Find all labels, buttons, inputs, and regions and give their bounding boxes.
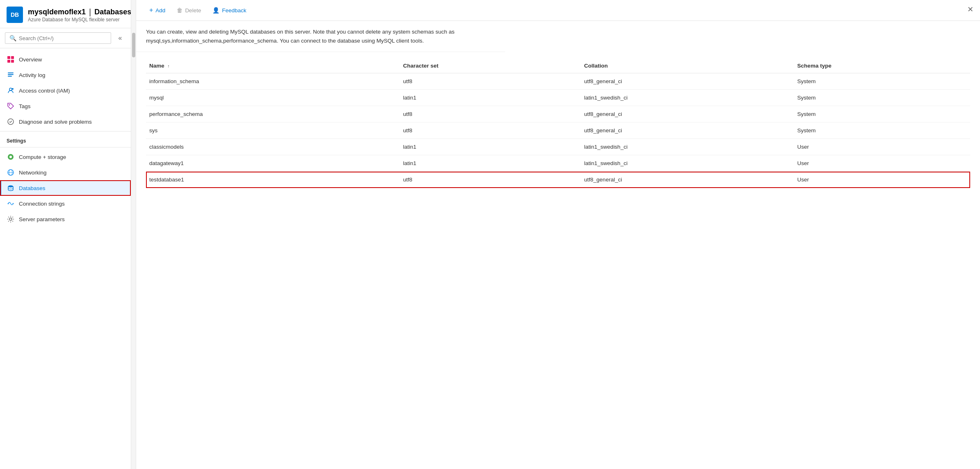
sidebar-item-overview[interactable]: Overview (0, 52, 131, 67)
sidebar-item-databases[interactable]: Databases (0, 180, 131, 196)
table-row[interactable]: information_schemautf8utf8_general_ciSys… (146, 73, 970, 90)
cell-collation: utf8_general_ci (581, 106, 794, 122)
cell-name: mysql (146, 90, 400, 106)
sidebar-item-label: Tags (19, 103, 31, 109)
add-icon: + (149, 7, 153, 14)
cell-collation: latin1_swedish_ci (581, 90, 794, 106)
sidebar-header: DB mysqldemoflex1 | Databases ··· Azure … (0, 0, 131, 28)
cell-collation: utf8_general_ci (581, 172, 794, 188)
nav-divider-2 (0, 147, 131, 147)
diagnose-icon (7, 118, 15, 126)
access-control-icon (7, 86, 15, 95)
feedback-button[interactable]: 👤 Feedback (207, 5, 251, 16)
cell-schema_type: User (794, 172, 970, 188)
svg-point-8 (12, 88, 14, 90)
cell-collation: utf8_general_ci (581, 122, 794, 139)
description-text: You can create, view and deleting MySQL … (136, 21, 505, 52)
databases-icon (7, 184, 15, 192)
cell-name: classicmodels (146, 139, 400, 155)
svg-rect-0 (7, 56, 10, 59)
settings-section-label: Settings (0, 133, 131, 145)
sidebar-item-networking[interactable]: Networking (0, 165, 131, 180)
close-button[interactable]: ✕ (967, 5, 973, 14)
databases-table-container: Name ↑ Character set Collation Schema ty… (136, 52, 980, 469)
sidebar-item-tags[interactable]: Tags (0, 98, 131, 114)
cell-schema_type: System (794, 122, 970, 139)
cell-schema_type: User (794, 155, 970, 172)
sidebar-item-label: Access control (IAM) (19, 88, 70, 94)
add-button[interactable]: + Add (144, 4, 170, 16)
resource-name: mysqldemoflex1 (28, 8, 86, 16)
page-name: Databases (94, 8, 131, 16)
table-row[interactable]: sysutf8utf8_general_ciSystem (146, 122, 970, 139)
col-header-schema-type: Schema type (794, 59, 970, 73)
table-row[interactable]: mysqllatin1latin1_swedish_ciSystem (146, 90, 970, 106)
cell-name: sys (146, 122, 400, 139)
connection-strings-icon (7, 199, 15, 208)
sidebar-scrollbar[interactable] (131, 0, 136, 469)
delete-button[interactable]: 🗑 Delete (172, 5, 206, 16)
table-header: Name ↑ Character set Collation Schema ty… (146, 59, 970, 73)
col-header-name[interactable]: Name ↑ (146, 59, 400, 73)
sidebar: DB mysqldemoflex1 | Databases ··· Azure … (0, 0, 131, 469)
svg-point-7 (9, 88, 12, 91)
sidebar-item-connection-strings[interactable]: Connection strings (0, 196, 131, 211)
svg-rect-2 (7, 60, 10, 63)
nav-divider (0, 131, 131, 131)
cell-name: testdatabase1 (146, 172, 400, 188)
svg-rect-5 (8, 74, 14, 75)
svg-point-9 (9, 104, 10, 106)
cell-name: performance_schema (146, 106, 400, 122)
table-row[interactable]: testdatabase1utf8utf8_general_ciUser (146, 172, 970, 188)
cell-character_set: latin1 (400, 139, 581, 155)
cell-character_set: latin1 (400, 90, 581, 106)
sort-icon-name: ↑ (168, 64, 170, 68)
sidebar-item-label: Compute + storage (19, 154, 66, 160)
cell-character_set: utf8 (400, 106, 581, 122)
cell-collation: latin1_swedish_ci (581, 155, 794, 172)
sidebar-item-compute-storage[interactable]: Compute + storage (0, 149, 131, 165)
sidebar-item-diagnose[interactable]: Diagnose and solve problems (0, 114, 131, 129)
sidebar-item-label: Connection strings (19, 201, 65, 207)
collapse-sidebar-button[interactable]: « (114, 32, 126, 44)
feedback-icon: 👤 (212, 7, 219, 14)
col-header-collation: Collation (581, 59, 794, 73)
sidebar-item-label: Activity log (19, 72, 46, 78)
svg-rect-3 (11, 60, 14, 63)
overview-icon (7, 55, 15, 63)
cell-schema_type: User (794, 139, 970, 155)
sidebar-item-access-control[interactable]: Access control (IAM) (0, 83, 131, 98)
table-row[interactable]: classicmodelslatin1latin1_swedish_ciUser (146, 139, 970, 155)
toolbar: + Add 🗑 Delete 👤 Feedback (136, 0, 980, 21)
scrollbar-thumb[interactable] (132, 33, 135, 57)
sidebar-item-label: Overview (19, 57, 42, 63)
sidebar-item-server-parameters[interactable]: Server parameters (0, 211, 131, 227)
sidebar-item-activity-log[interactable]: Activity log (0, 67, 131, 83)
svg-rect-1 (11, 56, 14, 59)
svg-point-17 (8, 203, 9, 204)
table-row[interactable]: performance_schemautf8utf8_general_ciSys… (146, 106, 970, 122)
cell-schema_type: System (794, 106, 970, 122)
sidebar-nav: Overview Activity log Access control (IA… (0, 48, 131, 469)
activity-log-icon (7, 71, 15, 79)
cell-character_set: latin1 (400, 155, 581, 172)
svg-rect-4 (8, 73, 14, 73)
search-box[interactable]: 🔍 (5, 32, 111, 44)
main-content: + Add 🗑 Delete 👤 Feedback You can create… (136, 0, 980, 469)
resource-icon: DB (7, 7, 23, 23)
cell-collation: utf8_general_ci (581, 73, 794, 90)
sidebar-item-label: Networking (19, 170, 47, 176)
sidebar-header-text: mysqldemoflex1 | Databases ··· Azure Dat… (28, 7, 131, 23)
cell-name: information_schema (146, 73, 400, 90)
svg-rect-6 (8, 76, 12, 77)
cell-character_set: utf8 (400, 73, 581, 90)
svg-point-18 (13, 203, 14, 204)
table-body: information_schemautf8utf8_general_ciSys… (146, 73, 970, 188)
sidebar-item-label: Server parameters (19, 216, 65, 222)
sidebar-item-label: Diagnose and solve problems (19, 119, 92, 125)
cell-schema_type: System (794, 73, 970, 90)
cell-character_set: utf8 (400, 172, 581, 188)
server-parameters-icon (7, 215, 15, 223)
search-input[interactable] (19, 35, 107, 41)
table-row[interactable]: datagateway1latin1latin1_swedish_ciUser (146, 155, 970, 172)
